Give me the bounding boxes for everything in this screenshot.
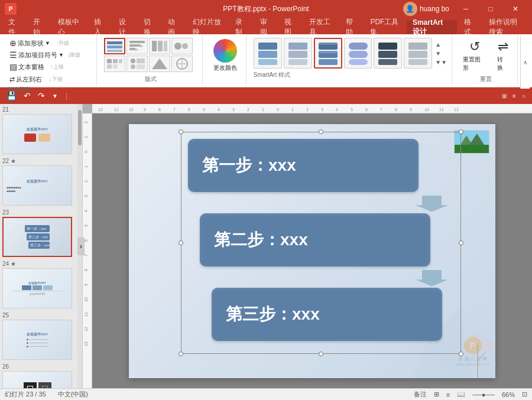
layout-button[interactable]: ↓下移: [47, 74, 65, 84]
slide-thumb-22[interactable]: 欢迎基平PPT ■■■■■■■■ ■■■■■: [2, 165, 72, 206]
smartart-style-6[interactable]: [404, 38, 432, 69]
minimize-button[interactable]: ─: [454, 0, 478, 18]
slide-item-26[interactable]: 26 QR Code: [2, 363, 80, 388]
redo-button[interactable]: ↷: [36, 90, 47, 102]
view-outline-button[interactable]: ≡: [446, 391, 450, 398]
add-shape-button[interactable]: ⊕ 添加形状 ▼ ↑升级: [7, 38, 92, 48]
svg-text:10: 10: [129, 108, 134, 112]
tab-transition[interactable]: 切换: [138, 20, 161, 34]
slide-item-25[interactable]: 25 欢迎基平PPT ■ ───────── ■ ───────── ■ ───…: [2, 312, 80, 360]
smartart-style-2[interactable]: [284, 38, 312, 69]
smartart-style-flat[interactable]: [254, 38, 282, 69]
layout-item-1[interactable]: [104, 38, 125, 54]
tab-file[interactable]: 文件: [2, 20, 26, 34]
tab-help[interactable]: 帮助: [340, 20, 364, 34]
tab-design[interactable]: 设计: [113, 20, 137, 34]
tab-format[interactable]: 格式: [458, 20, 482, 34]
zoom-level: 66%: [502, 391, 515, 398]
handle-bm[interactable]: [319, 352, 323, 356]
svg-text:11: 11: [84, 312, 88, 317]
view-normal-button[interactable]: ⊞: [434, 391, 439, 398]
step-2[interactable]: 第二步：xxx: [188, 213, 454, 266]
change-color-button[interactable]: 更改颜色: [211, 38, 239, 73]
handle-tl[interactable]: [179, 129, 183, 134]
handle-tm[interactable]: [319, 129, 323, 134]
tab-home[interactable]: 开始: [27, 20, 51, 34]
slide-thumb-21[interactable]: 欢迎基平PPT: [2, 114, 72, 154]
svg-rect-5: [129, 48, 135, 50]
tab-slideshow[interactable]: 幻灯片放映: [187, 20, 228, 34]
notes-button[interactable]: 备注: [414, 390, 427, 399]
smartart-style-3d[interactable]: [314, 38, 342, 69]
tab-smartart-design[interactable]: SmartArt 设计: [407, 20, 457, 34]
close-button[interactable]: ✕: [504, 0, 527, 18]
styles-expand[interactable]: ▼▼: [435, 59, 447, 66]
smartart-diagram[interactable]: 第一步：xxx 第二步：xxx: [188, 139, 454, 347]
fit-button[interactable]: ⊡: [522, 391, 527, 398]
slide-thumb-23[interactable]: 第一步：xxx 第二步：xxx 第三步：xxx: [2, 217, 72, 257]
layout-item-6[interactable]: [126, 56, 148, 72]
panel-scrollbar-thumb[interactable]: [78, 110, 82, 145]
step-3-box[interactable]: 第三步：xxx: [212, 288, 442, 341]
layout-item-7[interactable]: [149, 56, 170, 72]
layout-item-4[interactable]: [171, 38, 193, 54]
tab-view[interactable]: 视图: [278, 20, 302, 34]
slide-number-22: 22 ★: [2, 158, 80, 164]
svg-text:6: 6: [365, 108, 368, 112]
tab-search[interactable]: 操作说明搜索: [483, 20, 530, 34]
zoom-slider[interactable]: ──●──: [472, 391, 495, 398]
slide-thumb-26[interactable]: QR Code: [2, 371, 72, 388]
slide-item-22[interactable]: 22 ★ 欢迎基平PPT ■■■■■■■■ ■■■■■: [2, 158, 80, 206]
add-bullet-button[interactable]: ☰ 添加项目符号 ▼ ↓降级: [7, 50, 92, 60]
save-button[interactable]: 💾: [5, 90, 18, 102]
view-reading-button[interactable]: 📖: [457, 391, 465, 398]
svg-text:13: 13: [84, 342, 88, 346]
tab-record[interactable]: 录制: [229, 20, 253, 34]
slide-item-24[interactable]: 24 ★ 欢迎基平PPT yyyy/mm/dd: [2, 261, 80, 308]
layout-item-8[interactable]: [171, 56, 193, 72]
layout-item-3[interactable]: [149, 38, 170, 54]
slide-thumb-24[interactable]: 欢迎基平PPT yyyy/mm/dd: [2, 268, 72, 308]
layout-item-5[interactable]: [104, 56, 125, 72]
handle-tr[interactable]: [459, 129, 463, 134]
tab-developer[interactable]: 开发工具: [303, 20, 339, 34]
left-to-right-button[interactable]: ⇄ 从左到右: [7, 74, 44, 84]
tab-animation[interactable]: 动画: [162, 20, 186, 34]
step-1[interactable]: 第一步：xxx: [188, 139, 454, 192]
step-2-box[interactable]: 第二步：xxx: [200, 213, 430, 266]
smartart-style-4[interactable]: [344, 38, 372, 69]
svg-text:2: 2: [247, 108, 249, 112]
styles-scroll-down[interactable]: ▼: [435, 50, 447, 57]
reset-graphic-button[interactable]: ↺ 重置图形: [459, 38, 490, 73]
tab-pdf[interactable]: PDF工具集: [364, 20, 405, 34]
handle-ml[interactable]: [179, 240, 183, 245]
slider-btn[interactable]: ○: [520, 92, 527, 100]
tab-review[interactable]: 审阅: [254, 20, 278, 34]
layout-item-2[interactable]: [126, 38, 148, 54]
slide-item-23[interactable]: 23 第一步：xxx 第二步：xxx 第三步：xxx: [2, 209, 80, 257]
ribbon-collapse-button[interactable]: ∧: [520, 35, 530, 89]
slide-thumb-25[interactable]: 欢迎基平PPT ■ ───────── ■ ───────── ■ ──────…: [2, 320, 72, 360]
smartart-style-5[interactable]: [374, 38, 402, 69]
handle-bl[interactable]: [179, 352, 183, 356]
handle-br[interactable]: [459, 352, 463, 356]
tab-insert[interactable]: 插入: [88, 20, 112, 34]
undo-button[interactable]: ↶: [22, 90, 33, 102]
handle-mr[interactable]: [459, 240, 463, 245]
normal-view-btn[interactable]: ⊞: [500, 92, 508, 100]
restore-button[interactable]: □: [479, 0, 502, 18]
step-3[interactable]: 第三步：xxx: [188, 288, 454, 341]
window-controls[interactable]: ─ □ ✕: [454, 0, 527, 18]
convert-button[interactable]: ⇌ 转换: [494, 38, 512, 73]
text-pane-button[interactable]: ▤ 文本窗格 ↑上移: [7, 61, 92, 72]
styles-scroll-up[interactable]: ▲: [435, 41, 447, 48]
tab-template[interactable]: 模板中心: [52, 20, 87, 34]
panel-nav-arrow[interactable]: ›: [77, 238, 85, 255]
slide-item-21[interactable]: 21 欢迎基平PPT: [2, 106, 80, 154]
qa-dropdown-button[interactable]: ▼: [50, 92, 60, 100]
outline-view-btn[interactable]: ≡: [511, 92, 518, 100]
step-1-box[interactable]: 第一步：xxx: [188, 139, 419, 192]
svg-rect-17: [113, 64, 118, 69]
svg-text:4: 4: [84, 210, 88, 212]
reset-label: 重置: [480, 75, 492, 83]
